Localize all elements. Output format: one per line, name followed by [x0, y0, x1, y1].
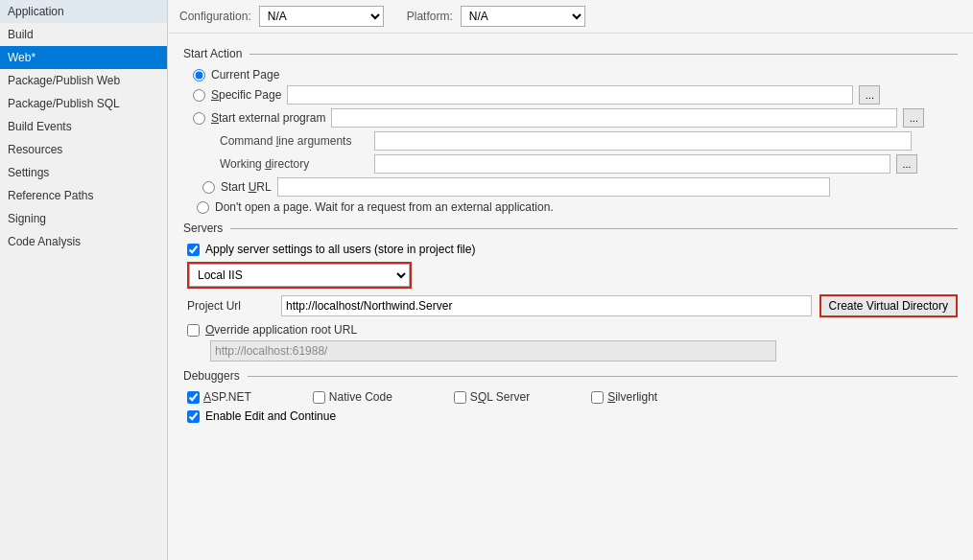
server-type-select[interactable]: Local IIS IIS Express Custom Web Server … [189, 264, 410, 287]
platform-select[interactable]: N/A [461, 6, 585, 27]
sidebar-item-application[interactable]: Application [0, 0, 167, 23]
native-checkbox[interactable] [313, 391, 325, 404]
specific-page-row: Specific Page ... [193, 85, 958, 105]
specific-page-radio[interactable] [193, 89, 205, 102]
working-dir-input[interactable] [374, 154, 890, 174]
aspnet-debugger-item: ASP.NET [187, 390, 251, 404]
apply-checkbox[interactable] [187, 244, 200, 256]
sidebar-item-web[interactable]: Web* [0, 46, 167, 69]
start-external-input[interactable] [331, 108, 897, 128]
command-line-row: Command line arguments [193, 131, 958, 151]
command-line-input[interactable] [374, 131, 912, 151]
override-checkbox[interactable] [187, 324, 200, 337]
start-external-row: Start external program ... [193, 108, 958, 128]
platform-label: Platform: [407, 10, 453, 23]
sidebar-label-signing: Signing [8, 212, 46, 225]
main-content: Configuration: N/A Platform: N/A Start A… [168, 0, 973, 560]
sidebar-label-application: Application [8, 5, 64, 18]
top-bar: Configuration: N/A Platform: N/A [168, 0, 973, 34]
apply-checkbox-row: Apply server settings to all users (stor… [183, 243, 958, 256]
specific-page-input[interactable] [287, 85, 853, 105]
debuggers-row: ASP.NET Native Code SQL Server Silverlig… [183, 390, 958, 404]
override-url-row [183, 340, 958, 362]
silverlight-checkbox[interactable] [591, 391, 604, 404]
start-action-title: Start Action [183, 47, 242, 60]
debuggers-divider [248, 376, 958, 377]
server-select-wrapper: Local IIS IIS Express Custom Web Server … [187, 262, 412, 289]
sidebar-item-reference-paths[interactable]: Reference Paths [0, 184, 167, 207]
specific-page-label: Specific Page [211, 88, 281, 102]
enable-edit-checkbox[interactable] [187, 410, 200, 423]
sidebar-item-package-publish-web[interactable]: Package/Publish Web [0, 69, 167, 92]
current-page-row: Current Page [193, 68, 958, 82]
sql-label: SQL Server [470, 390, 530, 404]
dont-open-label: Don't open a page. Wait for a request fr… [215, 200, 554, 214]
servers-title: Servers [183, 222, 223, 235]
current-page-label: Current Page [211, 68, 279, 82]
dont-open-radio[interactable] [197, 201, 209, 214]
silverlight-label: Silverlight [607, 390, 657, 404]
aspnet-label: ASP.NET [203, 390, 251, 404]
project-url-input[interactable] [281, 295, 812, 316]
start-url-input[interactable] [277, 177, 830, 197]
aspnet-checkbox[interactable] [187, 391, 200, 404]
start-external-browse-btn[interactable]: ... [903, 108, 924, 128]
override-label: Override application root URL [205, 323, 357, 337]
sidebar-item-build[interactable]: Build [0, 23, 167, 46]
debuggers-header: Debuggers [183, 369, 958, 383]
sidebar-label-web: Web* [8, 51, 36, 64]
sidebar-label-package-publish-sql: Package/Publish SQL [8, 97, 120, 110]
sidebar-label-build-events: Build Events [8, 120, 72, 133]
start-action-divider [249, 54, 958, 55]
sql-debugger-item: SQL Server [454, 390, 530, 404]
sidebar-label-code-analysis: Code Analysis [8, 235, 81, 248]
sidebar: Application Build Web* Package/Publish W… [0, 0, 168, 560]
servers-header: Servers [183, 222, 958, 235]
native-debugger-item: Native Code [313, 390, 392, 404]
working-dir-row: Working directory ... [193, 154, 958, 174]
create-virtual-directory-button[interactable]: Create Virtual Directory [819, 294, 959, 317]
current-page-radio[interactable] [193, 69, 205, 82]
sidebar-item-settings[interactable]: Settings [0, 161, 167, 184]
start-action-header: Start Action [183, 47, 958, 60]
sidebar-label-resources: Resources [8, 143, 62, 156]
sidebar-item-code-analysis[interactable]: Code Analysis [0, 230, 167, 253]
start-url-label: Start URL [221, 180, 272, 194]
sidebar-item-build-events[interactable]: Build Events [0, 115, 167, 138]
sidebar-label-build: Build [8, 28, 34, 41]
content-area: Start Action Current Page Specific Page … [168, 34, 973, 432]
sidebar-label-package-publish-web: Package/Publish Web [8, 74, 120, 87]
working-dir-browse-btn[interactable]: ... [896, 154, 917, 174]
configuration-select[interactable]: N/A [259, 6, 384, 27]
servers-section: Servers Apply server settings to all use… [183, 222, 958, 362]
servers-divider [230, 228, 958, 229]
sidebar-label-reference-paths: Reference Paths [8, 189, 93, 202]
start-external-radio[interactable] [193, 112, 205, 125]
dont-open-row: Don't open a page. Wait for a request fr… [193, 200, 958, 214]
working-dir-label: Working directory [220, 157, 368, 171]
debuggers-section: Debuggers ASP.NET Native Code SQL Server [183, 369, 958, 423]
specific-page-browse-btn[interactable]: ... [859, 85, 880, 105]
sidebar-item-resources[interactable]: Resources [0, 138, 167, 161]
start-external-label: Start external program [211, 111, 325, 125]
project-url-label: Project Url [187, 299, 273, 313]
enable-edit-label: Enable Edit and Continue [205, 409, 336, 423]
silverlight-debugger-item: Silverlight [591, 390, 657, 404]
native-label: Native Code [329, 390, 392, 404]
override-row: Override application root URL [183, 323, 958, 337]
start-action-group: Current Page Specific Page ... Start ext… [183, 68, 958, 214]
override-url-input[interactable] [210, 340, 776, 362]
configuration-label: Configuration: [179, 10, 251, 23]
project-url-row: Project Url Create Virtual Directory [183, 294, 958, 317]
sidebar-item-signing[interactable]: Signing [0, 207, 167, 230]
apply-checkbox-label: Apply server settings to all users (stor… [205, 243, 475, 256]
sql-checkbox[interactable] [454, 391, 466, 404]
sidebar-item-package-publish-sql[interactable]: Package/Publish SQL [0, 92, 167, 115]
debuggers-title: Debuggers [183, 369, 240, 383]
start-url-radio[interactable] [202, 181, 215, 194]
start-url-row: Start URL [193, 177, 958, 197]
command-line-label: Command line arguments [220, 134, 368, 148]
sidebar-label-settings: Settings [8, 166, 49, 179]
enable-edit-row: Enable Edit and Continue [183, 409, 958, 423]
server-select-row: Local IIS IIS Express Custom Web Server … [183, 262, 958, 289]
